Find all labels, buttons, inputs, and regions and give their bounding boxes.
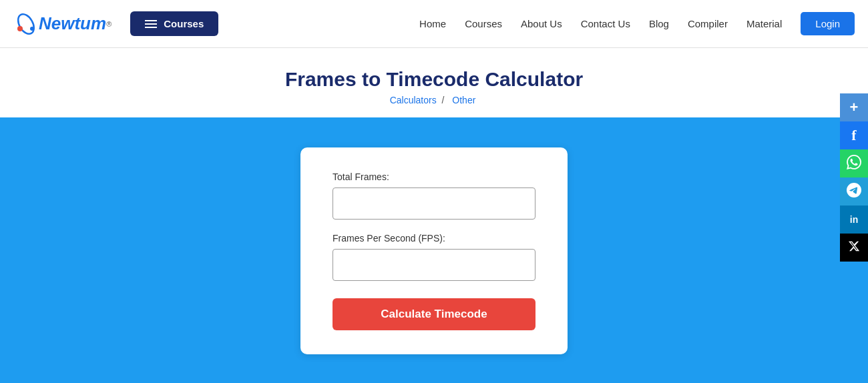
social-linkedin-button[interactable]: in [840, 206, 868, 234]
nav-blog[interactable]: Blog [649, 18, 669, 29]
courses-button[interactable]: Courses [130, 11, 218, 36]
svg-point-1 [17, 26, 23, 31]
logo-new-text: N [39, 13, 51, 34]
breadcrumb: Calculators / Other [13, 95, 855, 105]
nav-compiler[interactable]: Compiler [688, 18, 728, 29]
nav-contact-us[interactable]: Contact Us [581, 18, 630, 29]
social-whatsapp-button[interactable] [840, 149, 868, 177]
twitter-x-icon [848, 240, 860, 255]
svg-point-2 [30, 27, 34, 31]
logo: Newtum® [13, 11, 112, 37]
login-button[interactable]: Login [801, 12, 855, 35]
linkedin-icon: in [850, 214, 858, 225]
courses-btn-label: Courses [164, 18, 204, 29]
header: Newtum® Courses Home Courses About Us Co… [0, 0, 868, 48]
social-share-plus-button[interactable]: + [840, 93, 868, 121]
breadcrumb-other: Other [452, 95, 475, 105]
plus-icon: + [850, 99, 859, 116]
social-facebook-button[interactable]: f [840, 121, 868, 149]
nav-about-us[interactable]: About Us [521, 18, 562, 29]
fps-label: Frames Per Second (FPS): [333, 233, 535, 244]
nav-courses[interactable]: Courses [465, 18, 502, 29]
nav-material[interactable]: Material [746, 18, 782, 29]
logo-reg: ® [106, 20, 112, 28]
total-frames-label: Total Frames: [333, 171, 535, 182]
telegram-icon [847, 183, 861, 201]
logo-area: Newtum® Courses [13, 11, 218, 37]
breadcrumb-separator: / [442, 95, 445, 105]
social-twitter-button[interactable] [840, 234, 868, 262]
social-sidebar: + f in [840, 93, 868, 262]
calculate-timecode-button[interactable]: Calculate Timecode [333, 298, 535, 330]
logo-icon [13, 11, 39, 37]
svg-point-0 [15, 11, 37, 37]
facebook-icon: f [851, 127, 856, 144]
whatsapp-icon [847, 155, 861, 173]
main-nav: Home Courses About Us Contact Us Blog Co… [419, 12, 855, 35]
title-section: Frames to Timecode Calculator Calculator… [0, 48, 868, 117]
breadcrumb-calculators[interactable]: Calculators [390, 95, 437, 105]
nav-home[interactable]: Home [419, 18, 446, 29]
social-telegram-button[interactable] [840, 177, 868, 206]
hamburger-icon [145, 20, 157, 28]
calculator-card: Total Frames: Frames Per Second (FPS): C… [300, 147, 568, 354]
main-section: Total Frames: Frames Per Second (FPS): C… [0, 117, 868, 383]
total-frames-input[interactable] [333, 187, 535, 220]
fps-input[interactable] [333, 249, 535, 281]
page-title: Frames to Timecode Calculator [13, 68, 855, 91]
